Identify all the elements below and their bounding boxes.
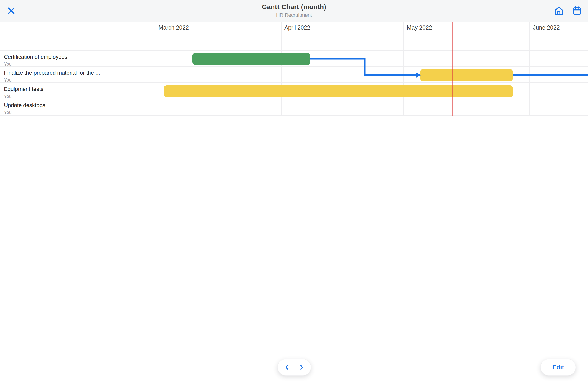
month-label: March 2022 [158, 24, 189, 31]
task-bar[interactable] [420, 69, 513, 81]
chevron-right-icon [298, 363, 305, 371]
task-row[interactable]: Equipment testsYou [0, 83, 122, 99]
chevron-left-icon [283, 363, 291, 371]
task-assignee: You [4, 61, 119, 67]
sidebar-divider [122, 22, 122, 387]
timeline-column-line [529, 22, 530, 116]
close-button[interactable] [5, 4, 18, 18]
prev-month-button[interactable] [280, 359, 294, 375]
task-name: Update desktops [4, 102, 119, 108]
edit-button[interactable]: Edit [541, 359, 576, 376]
task-assignee: You [4, 94, 119, 99]
task-name: Equipment tests [4, 86, 119, 92]
task-row[interactable]: Finalize the prepared material for the .… [0, 66, 122, 83]
month-label: May 2022 [407, 24, 432, 31]
today-marker-line [452, 22, 453, 116]
page-title: Gantt Chart (month) [0, 3, 588, 11]
edit-button-label: Edit [552, 364, 564, 371]
page-subtitle: HR Recruitment [0, 12, 588, 18]
timeline-column-line [403, 22, 404, 116]
close-icon [6, 6, 16, 16]
task-bar[interactable] [164, 85, 513, 97]
gantt-chart-area: March 2022April 2022May 2022June 2022Cer… [0, 0, 588, 387]
task-row[interactable]: Update desktopsYou [0, 99, 122, 116]
month-label: April 2022 [284, 24, 310, 31]
calendar-button[interactable] [571, 5, 583, 17]
task-assignee: You [4, 77, 119, 83]
dependency-line [310, 59, 416, 75]
timeline-column-line [281, 22, 282, 116]
task-name: Certification of employees [4, 54, 119, 60]
task-assignee: You [4, 110, 119, 115]
task-name: Finalize the prepared material for the .… [4, 70, 119, 76]
header-titles: Gantt Chart (month) HR Recruitment [0, 3, 588, 18]
app-header: Gantt Chart (month) HR Recruitment [0, 0, 588, 22]
next-month-button[interactable] [295, 359, 308, 375]
home-icon [554, 5, 564, 16]
month-nav [277, 359, 311, 376]
task-row[interactable]: Certification of employeesYou [0, 51, 122, 66]
task-bar[interactable] [192, 53, 310, 65]
home-button[interactable] [553, 5, 565, 17]
month-label: June 2022 [533, 24, 560, 31]
calendar-icon [572, 6, 582, 16]
timeline-column-line [155, 22, 155, 116]
